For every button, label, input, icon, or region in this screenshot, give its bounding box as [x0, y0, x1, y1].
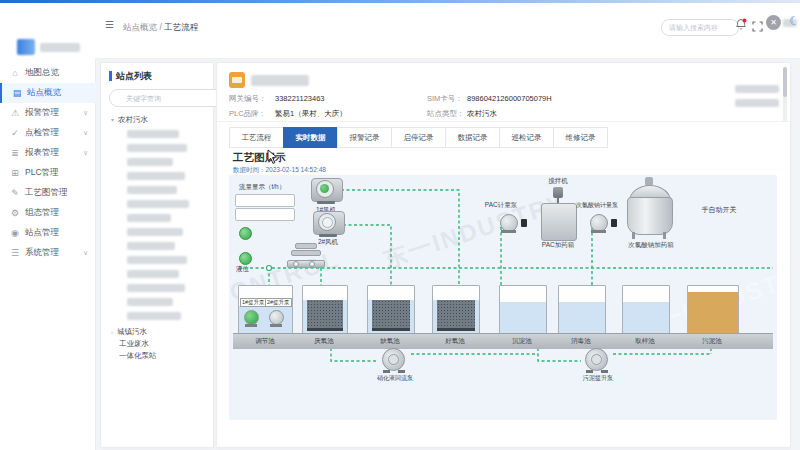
tank-label: 污泥池 [690, 337, 734, 346]
tab-data-records[interactable]: 数据记录 [445, 127, 500, 148]
tree-group-integrated-pump-station[interactable]: 一体化泵站 [119, 351, 157, 361]
site-entry-blurred[interactable] [127, 158, 173, 166]
tab-alarm-records[interactable]: 报警记录 [337, 127, 392, 148]
app-window: ⌂ 地图总览 ▤ 站点概览 ⚠ 报警管理 ∨ ✓ 点检管理 ∨ ≣ 报表管理 ∨… [0, 0, 800, 450]
tree-group-rural-sewage[interactable]: ▾ 农村污水 [111, 115, 148, 125]
site-entry-blurred[interactable] [127, 200, 189, 208]
tank-anaerobic[interactable] [302, 285, 348, 335]
site-entry-blurred[interactable] [127, 284, 185, 292]
level-label: 液位 [236, 265, 249, 274]
pac-dosing-tank-icon[interactable] [541, 187, 575, 239]
tank-label: 取样池 [623, 337, 667, 346]
mouse-cursor [267, 149, 278, 165]
tank-sampling[interactable] [622, 285, 670, 335]
tank-regulation[interactable]: 1#提升泵 2#提升泵 [238, 285, 293, 335]
site-entry-blurred[interactable] [127, 256, 187, 264]
tank-label: 厌氧池 [302, 337, 346, 346]
biofilm-media [437, 300, 475, 331]
fan-1-icon[interactable] [311, 178, 341, 204]
naclo-metering-pump-icon[interactable] [589, 213, 611, 233]
tank-sedimentation[interactable] [499, 285, 547, 335]
divider [217, 121, 790, 122]
sidebar-item-alarm[interactable]: ⚠ 报警管理 ∨ [0, 103, 95, 123]
sludge-lift-pump-icon[interactable] [581, 348, 614, 373]
site-type-icon [229, 72, 245, 88]
breadcrumb-root[interactable]: 站点概览 [123, 22, 157, 32]
field-label: PLC品牌： [229, 109, 266, 119]
tab-process-flow[interactable]: 工艺流程 [229, 127, 284, 148]
header-action-blurred[interactable] [735, 99, 779, 107]
site-list-title: 站点列表 [116, 70, 152, 83]
flow-display-label: 流量显示（t/h） [239, 183, 285, 192]
config-icon: ⚙ [10, 208, 20, 218]
tank-disinfection[interactable] [558, 285, 606, 335]
tank-aerobic[interactable] [432, 285, 480, 335]
sidebar-item-map-overview[interactable]: ⌂ 地图总览 [0, 63, 95, 83]
app-logo-text-blurred [40, 43, 80, 52]
field-label: 网关编号： [229, 94, 267, 104]
keyword-search-input[interactable] [109, 89, 225, 107]
tab-realtime-data[interactable]: 实时数据 [283, 127, 338, 148]
system-icon: ☰ [10, 248, 20, 258]
pac-metering-pump-icon[interactable] [499, 213, 521, 233]
global-search-input[interactable] [661, 19, 739, 36]
sidebar-item-plc[interactable]: ⊞ PLC管理 [0, 163, 95, 183]
water-fill [500, 302, 546, 334]
notification-bell-icon[interactable] [735, 17, 747, 35]
sidebar-item-label: 站点管理 [25, 227, 59, 239]
process-diagram: CONTROL 东一INDUSTRY 东一INDUSTRY [229, 175, 777, 420]
site-entry-blurred[interactable] [127, 298, 173, 306]
site-entry-blurred[interactable] [127, 214, 171, 222]
tree-group-label: 城镇污水 [117, 327, 147, 336]
tank-anoxic[interactable] [367, 285, 415, 335]
sidebar-item-system[interactable]: ☰ 系统管理 ∨ [0, 243, 95, 263]
scrollbar-track[interactable] [783, 67, 787, 122]
tank-sludge[interactable] [687, 285, 739, 335]
sidebar-item-station[interactable]: ◉ 站点管理 [0, 223, 95, 243]
fullscreen-icon[interactable] [752, 18, 763, 36]
collapse-menu-icon[interactable]: ☰ [105, 19, 114, 30]
sidebar-item-config[interactable]: ⚙ 组态管理 [0, 203, 95, 223]
flow-value-box-2 [235, 208, 295, 221]
level-led [239, 252, 252, 265]
avatar[interactable]: ✕ [766, 15, 781, 30]
lift-pump-1-icon[interactable] [244, 310, 259, 327]
tree-group-town-sewage[interactable]: › 城镇污水 [111, 327, 147, 337]
data-time-label: 数据时间： [233, 166, 266, 173]
site-entry-blurred[interactable] [127, 130, 179, 138]
sidebar-item-inspection[interactable]: ✓ 点检管理 ∨ [0, 123, 95, 143]
sidebar-item-site-overview[interactable]: ▤ 站点概览 [0, 83, 97, 103]
nitrification-reflux-pump-icon[interactable] [378, 348, 411, 373]
site-entry-blurred[interactable] [127, 242, 175, 250]
site-overview-icon: ▤ [12, 88, 22, 98]
site-entry-blurred[interactable] [127, 144, 187, 152]
reflux-pump-label: 硝化液回流泵 [366, 374, 424, 383]
lift-pump-2-icon[interactable] [269, 310, 284, 327]
site-entry-blurred[interactable] [127, 172, 185, 180]
scrollbar-thumb[interactable] [783, 67, 787, 97]
site-entry-blurred[interactable] [127, 270, 179, 278]
naclo-dosing-tank-icon[interactable] [627, 177, 671, 239]
tab-startstop-records[interactable]: 启停记录 [391, 127, 446, 148]
flow-value-box-1 [235, 194, 295, 207]
alarm-icon: ⚠ [10, 108, 20, 118]
fan-2-icon[interactable] [313, 211, 343, 237]
site-entry-blurred[interactable] [127, 228, 183, 236]
tree-group-industrial-wastewater[interactable]: 工业废水 [119, 339, 149, 349]
theme-moon-icon[interactable]: ☾ [789, 14, 800, 28]
site-entry-blurred[interactable] [127, 312, 181, 320]
site-entry-blurred[interactable] [127, 186, 177, 194]
sidebar-item-report[interactable]: ≣ 报表管理 ∨ [0, 143, 95, 163]
tank-label: 调节池 [243, 337, 287, 346]
site-name-blurred [251, 75, 309, 86]
top-header: ☰ 站点概览 / 工艺流程 ✕ ☾ [95, 3, 800, 59]
tab-patrol-records[interactable]: 巡检记录 [499, 127, 554, 148]
breadcrumb-separator: / [159, 22, 161, 32]
sidebar-item-label: 系统管理 [25, 247, 59, 259]
sidebar-item-process-diagram[interactable]: ✎ 工艺图管理 [0, 183, 95, 203]
station-icon: ◉ [10, 228, 20, 238]
tab-maintenance-records[interactable]: 维修记录 [553, 127, 608, 148]
header-action-blurred[interactable] [735, 85, 779, 93]
tree-group-label: 一体化泵站 [119, 351, 157, 360]
tank-label: 缺氧池 [368, 337, 412, 346]
